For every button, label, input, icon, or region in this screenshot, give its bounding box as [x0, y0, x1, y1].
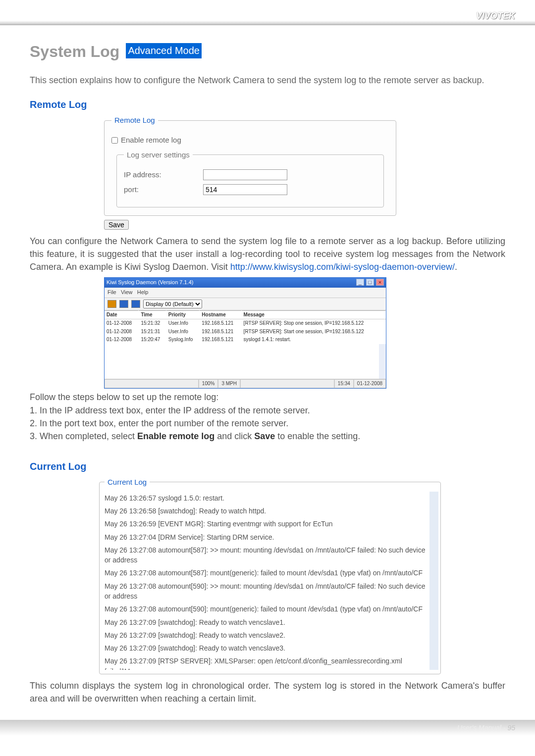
menu-view[interactable]: View — [121, 289, 133, 295]
cell: 192.168.5.121 — [200, 328, 241, 336]
col-message: Message — [241, 310, 385, 319]
port-input[interactable] — [203, 184, 287, 195]
current-log-area[interactable]: ^ May 26 13:26:57 syslogd 1.5.0: restart… — [105, 492, 438, 670]
log-entry: May 26 13:27:04 [DRM Service]: Starting … — [105, 531, 429, 544]
cell: syslogd 1.4.1: restart. — [241, 336, 385, 344]
log-entry: May 26 13:26:59 [EVENT MGR]: Starting ev… — [105, 517, 429, 530]
log-entry: May 26 13:27:08 automount[590]: mount(ge… — [105, 603, 429, 615]
menu-help[interactable]: Help — [137, 289, 149, 295]
steps-intro: Follow the steps below to set up the rem… — [30, 391, 505, 403]
cell: 15:21:31 — [139, 328, 166, 336]
log-entry: May 26 13:26:57 syslogd 1.5.0: restart. — [105, 492, 429, 504]
kiwi-link[interactable]: http://www.kiwisyslog.com/kiwi-syslog-da… — [230, 262, 455, 272]
status-spacer — [240, 379, 334, 389]
table-row: 01-12-2008 15:20:47 Syslog.Info 192.168.… — [105, 336, 386, 344]
remote-log-heading: Remote Log — [30, 98, 505, 112]
cell: 15:21:32 — [139, 319, 166, 328]
kiwi-window: Kiwi Syslog Daemon (Version 7.1.4) _ □ ×… — [104, 277, 386, 389]
log-server-legend: Log server settings — [124, 150, 193, 160]
cell: User.Info — [166, 319, 200, 328]
step-3: 3. When completed, select Enable remote … — [30, 430, 505, 443]
cell: 15:20:47 — [139, 336, 166, 344]
minimize-icon[interactable]: _ — [356, 279, 364, 286]
log-entry: May 26 13:27:09 [RTSP SERVER]: XMLSParse… — [105, 655, 429, 669]
step3-mid: and click — [214, 431, 254, 441]
table-row: 01-12-2008 15:21:32 User.Info 192.168.5.… — [105, 319, 386, 328]
step-2: 2. In the port text box, enter the port … — [30, 417, 505, 430]
col-time: Time — [139, 310, 166, 319]
kiwi-grid: Date Time Priority Hostname Message 01-1… — [105, 310, 386, 344]
brand-label: VIVOTEK — [476, 11, 515, 21]
enable-remote-log-checkbox[interactable] — [111, 137, 118, 144]
cell: User.Info — [166, 328, 200, 336]
save-button[interactable]: Save — [104, 220, 129, 230]
log-entry: May 26 13:26:58 [swatchdog]: Ready to wa… — [105, 504, 429, 517]
log-entry: May 26 13:27:09 [swatchdog]: Ready to wa… — [105, 642, 429, 655]
tool-icon-2[interactable] — [119, 300, 128, 308]
step3-post: to enable the setting. — [275, 431, 360, 441]
current-log-legend: Current Log — [105, 477, 150, 488]
current-log-heading: Current Log — [30, 459, 505, 474]
table-row: 01-12-2008 15:21:31 User.Info 192.168.5.… — [105, 328, 386, 336]
remote-log-body: You can configure the Network Camera to … — [30, 235, 505, 273]
page-footer: User's Manual - 95 — [0, 720, 535, 736]
status-pct: 100% — [199, 379, 218, 389]
steps-block: Follow the steps below to set up the rem… — [30, 391, 505, 442]
col-date: Date — [105, 310, 139, 319]
cell: 192.168.5.121 — [200, 336, 241, 344]
footer-page: 95 — [507, 724, 515, 732]
log-entry: May 26 13:27:08 automount[587]: >> mount… — [105, 544, 429, 567]
port-label: port: — [124, 184, 203, 195]
page-title: System Log — [30, 40, 119, 63]
col-priority: Priority — [166, 310, 200, 319]
log-entry: May 26 13:27:08 automount[587]: mount(ge… — [105, 566, 429, 579]
kiwi-grid-empty — [105, 344, 386, 379]
kiwi-menubar: File View Help — [105, 288, 386, 298]
step-1: 1. In the IP address text box, enter the… — [30, 404, 505, 417]
mode-badge: Advanced Mode — [126, 43, 202, 58]
kiwi-statusbar: 100% 3 MPH 15:34 01-12-2008 — [105, 379, 386, 389]
status-speed: 3 MPH — [218, 379, 240, 389]
menu-file[interactable]: File — [107, 289, 116, 295]
cell: 01-12-2008 — [105, 328, 139, 336]
footer-label: User's Manual - — [457, 724, 507, 732]
log-entry: May 26 13:27:08 automount[590]: >> mount… — [105, 580, 429, 603]
log-server-fieldset: Log server settings IP address: port: — [116, 150, 384, 207]
current-log-footer: This column displays the system log in c… — [30, 679, 505, 705]
kiwi-toolbar: Display 00 (Default) — [105, 298, 386, 310]
cell: [RTSP SERVER]: Start one session, IP=192… — [241, 328, 385, 336]
intro-text: This section explains how to configure t… — [30, 74, 505, 87]
cell: 192.168.5.121 — [200, 319, 241, 328]
status-time: 15:34 — [334, 379, 354, 389]
remote-log-fieldset: Remote Log Enable remote log Log server … — [104, 115, 396, 215]
ip-label: IP address: — [124, 169, 203, 180]
kiwi-header-row: Date Time Priority Hostname Message — [105, 310, 386, 319]
scrollbar-thumb[interactable] — [429, 506, 438, 546]
col-hostname: Hostname — [200, 310, 241, 319]
log-entry: May 26 13:27:09 [swatchdog]: Ready to wa… — [105, 629, 429, 642]
status-date: 01-12-2008 — [354, 379, 386, 389]
cell: 01-12-2008 — [105, 319, 139, 328]
cell: [RTSP SERVER]: Stop one session, IP=192.… — [241, 319, 385, 328]
step3-b1: Enable remote log — [137, 431, 214, 441]
scroll-up-icon[interactable]: ^ — [429, 492, 438, 501]
current-log-fieldset: Current Log ^ May 26 13:26:57 syslogd 1.… — [99, 477, 441, 674]
ip-address-input[interactable] — [203, 169, 287, 180]
remote-log-legend: Remote Log — [111, 115, 158, 126]
maximize-icon[interactable]: □ — [366, 279, 374, 286]
remote-log-body-2: . — [455, 262, 457, 272]
kiwi-title-text: Kiwi Syslog Daemon (Version 7.1.4) — [107, 279, 193, 287]
step3-b2: Save — [254, 431, 275, 441]
brand-header: VIVOTEK — [0, 0, 535, 25]
status-spacer — [105, 379, 199, 389]
enable-remote-log-label: Enable remote log — [121, 135, 181, 146]
close-icon[interactable]: × — [376, 279, 384, 286]
cell: 01-12-2008 — [105, 336, 139, 344]
step3-pre: 3. When completed, select — [30, 431, 137, 441]
tool-icon-1[interactable] — [107, 300, 116, 308]
cell: Syslog.Info — [166, 336, 200, 344]
display-dropdown[interactable]: Display 00 (Default) — [143, 300, 202, 308]
log-entry: May 26 13:27:09 [swatchdog]: Ready to wa… — [105, 616, 429, 629]
tool-icon-3[interactable] — [131, 300, 140, 308]
kiwi-titlebar: Kiwi Syslog Daemon (Version 7.1.4) _ □ × — [105, 278, 386, 288]
